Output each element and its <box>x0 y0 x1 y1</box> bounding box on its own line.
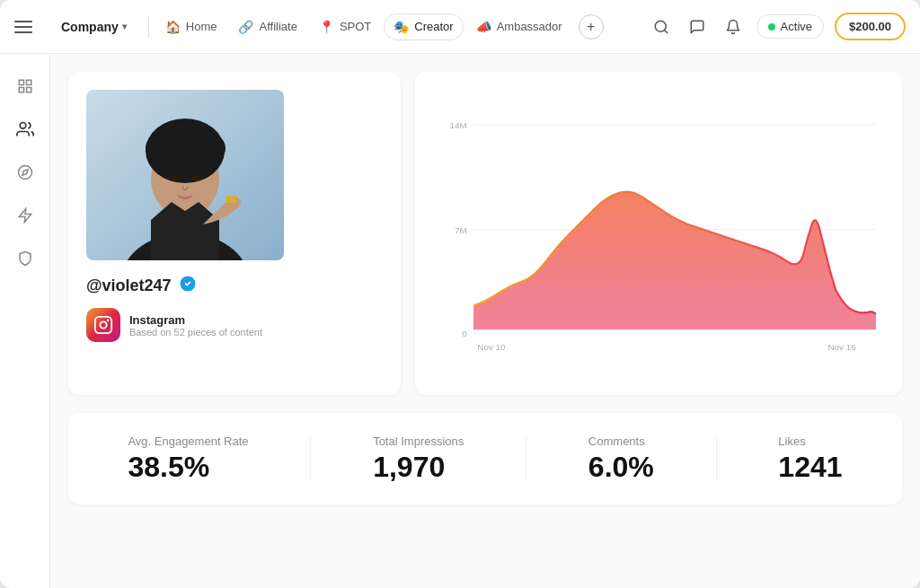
engagement-chart: 14M 7M 0 Nov 10 <box>433 90 884 377</box>
svg-line-1 <box>664 30 667 32</box>
svg-text:7M: 7M <box>455 225 467 235</box>
profile-username: @violet247 <box>86 275 383 297</box>
svg-rect-3 <box>26 80 31 84</box>
stat-divider-1 <box>310 436 311 481</box>
nav-item-creator[interactable]: 🎭 Creator <box>384 13 463 40</box>
nav-item-creator-label: Creator <box>414 20 453 33</box>
nav-item-ambassador[interactable]: 📣 Ambassador <box>467 14 571 39</box>
search-button[interactable] <box>649 14 674 39</box>
company-dropdown[interactable]: Company ▾ <box>54 14 134 39</box>
plus-icon: + <box>587 19 595 35</box>
stat-engagement-label: Avg. Engagement Rate <box>128 434 248 448</box>
home-icon: 🏠 <box>165 20 181 34</box>
svg-text:14M: 14M <box>449 120 466 130</box>
instagram-icon <box>86 308 120 342</box>
balance-button[interactable]: $200.00 <box>835 13 906 40</box>
top-nav: Company ▾ 🏠 Home 🔗 Affiliate 📍 SPOT 🎭 Cr… <box>0 0 920 54</box>
svg-point-7 <box>18 166 31 180</box>
sidebar-item-users[interactable] <box>7 111 43 147</box>
sidebar-item-shield[interactable] <box>7 241 43 276</box>
stat-impressions-value: 1,970 <box>373 452 445 483</box>
svg-marker-8 <box>22 170 27 175</box>
affiliate-icon: 🔗 <box>238 20 253 34</box>
spot-icon: 📍 <box>319 20 334 34</box>
svg-point-27 <box>100 321 106 328</box>
ambassador-icon: 📣 <box>476 20 491 34</box>
chart-container: 14M 7M 0 Nov 10 <box>433 90 884 377</box>
platform-info: Instagram Based on 52 pieces of content <box>129 313 262 338</box>
username-text: @violet247 <box>86 276 172 295</box>
chevron-down-icon: ▾ <box>122 22 127 31</box>
stat-divider-2 <box>526 436 526 481</box>
stat-engagement-value: 38.5% <box>128 452 209 483</box>
svg-marker-9 <box>19 209 31 223</box>
status-dot <box>768 23 775 31</box>
svg-text:Nov 10: Nov 10 <box>477 342 506 352</box>
svg-point-22 <box>170 174 179 181</box>
stat-engagement: Avg. Engagement Rate 38.5% <box>128 434 248 483</box>
svg-point-28 <box>107 320 110 322</box>
cards-row: @violet247 <box>68 72 902 395</box>
add-tab-button[interactable]: + <box>579 14 604 39</box>
nav-actions: Active $200.00 <box>649 13 906 40</box>
nav-item-spot-label: SPOT <box>340 20 371 33</box>
svg-text:Nov 16: Nov 16 <box>827 342 856 352</box>
stat-impressions-label: Total Impressions <box>373 434 464 448</box>
svg-point-6 <box>20 123 26 129</box>
sidebar <box>0 54 50 588</box>
balance-value: $200.00 <box>849 20 891 33</box>
stats-row: Avg. Engagement Rate 38.5% Total Impress… <box>68 413 902 505</box>
svg-rect-4 <box>19 88 23 92</box>
active-status-badge[interactable]: Active <box>756 14 824 39</box>
nav-item-spot[interactable]: 📍 SPOT <box>310 14 380 39</box>
stat-divider-3 <box>716 436 717 481</box>
app-window: Company ▾ 🏠 Home 🔗 Affiliate 📍 SPOT 🎭 Cr… <box>0 0 920 588</box>
svg-rect-2 <box>19 80 23 84</box>
profile-photo <box>86 90 284 260</box>
svg-rect-26 <box>95 317 111 333</box>
nav-item-home[interactable]: 🏠 Home <box>156 14 226 39</box>
nav-item-ambassador-label: Ambassador <box>497 20 562 33</box>
nav-item-affiliate-label: Affiliate <box>259 20 296 33</box>
platform-row: Instagram Based on 52 pieces of content <box>86 308 383 342</box>
nav-divider <box>148 16 149 38</box>
stat-comments-label: Comments <box>588 434 645 448</box>
svg-point-21 <box>171 129 199 158</box>
stat-impressions: Total Impressions 1,970 <box>373 434 464 483</box>
profile-image <box>86 90 284 260</box>
verified-icon <box>179 275 197 297</box>
sidebar-item-lightning[interactable] <box>7 197 43 233</box>
active-status-label: Active <box>781 20 812 33</box>
sidebar-item-grid[interactable] <box>7 68 43 104</box>
chart-card: 14M 7M 0 Nov 10 <box>415 72 902 395</box>
nav-item-affiliate[interactable]: 🔗 Affiliate <box>229 14 305 39</box>
profile-card: @violet247 <box>68 72 401 395</box>
creator-icon: 🎭 <box>394 20 409 34</box>
main-content: @violet247 <box>50 54 920 588</box>
svg-point-23 <box>191 174 200 181</box>
stat-likes: Likes 1241 <box>778 434 842 483</box>
svg-text:0: 0 <box>462 329 467 338</box>
platform-name: Instagram <box>129 313 262 327</box>
stat-comments-value: 6.0% <box>588 452 654 483</box>
nav-item-home-label: Home <box>186 20 217 33</box>
hamburger-button[interactable] <box>14 13 43 41</box>
svg-rect-5 <box>26 88 31 92</box>
main-layout: @violet247 <box>0 54 920 588</box>
stat-likes-label: Likes <box>778 434 805 448</box>
chat-button[interactable] <box>685 14 710 39</box>
notifications-button[interactable] <box>721 14 746 39</box>
company-label: Company <box>61 20 119 34</box>
svg-rect-24 <box>226 196 236 203</box>
sidebar-item-compass[interactable] <box>7 154 43 190</box>
stat-comments: Comments 6.0% <box>588 434 654 483</box>
platform-subtitle: Based on 52 pieces of content <box>129 327 262 338</box>
stat-likes-value: 1241 <box>778 452 842 483</box>
